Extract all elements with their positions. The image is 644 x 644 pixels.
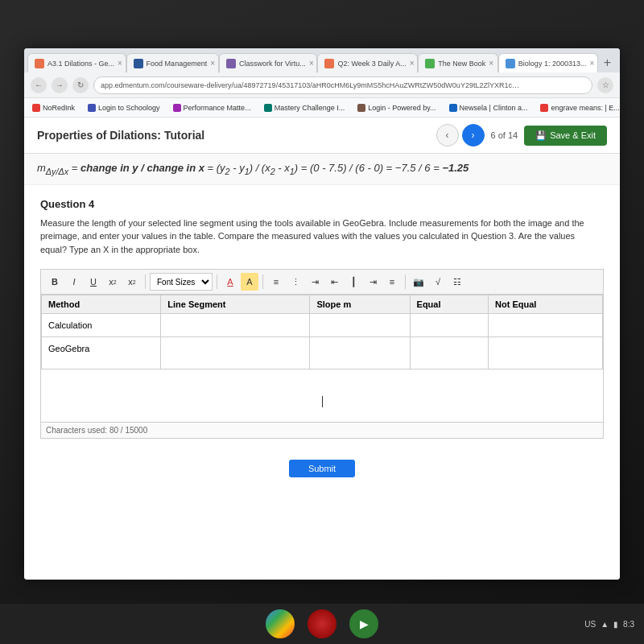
system-time: 8:3 <box>623 620 634 629</box>
col-not-equal: Not Equal <box>489 295 603 314</box>
table-row: GeoGebra <box>42 337 603 369</box>
app-icon-red[interactable] <box>308 609 336 638</box>
bookmark-mastery[interactable]: Mastery Challenge I... <box>261 102 349 114</box>
tab-close-a3[interactable]: × <box>118 59 122 68</box>
tab-close-new-book[interactable]: × <box>489 59 493 68</box>
app-icon-green[interactable]: ▶ <box>349 609 378 638</box>
subscript-button[interactable]: x2 <box>123 273 141 291</box>
bookmark-icon-noredink <box>32 104 40 112</box>
tab-close-classwork[interactable]: × <box>309 59 314 68</box>
taskbar-system-tray: US ▲ ▮ 8:3 <box>584 604 634 644</box>
tab-food-management[interactable]: Food Management × <box>126 53 219 72</box>
tab-icon-food <box>134 59 143 68</box>
cell-method-calc: Calculation <box>42 314 161 337</box>
bookmarks-bar: NoRedInk Login to Schoology Performance … <box>24 98 620 118</box>
toolbar-separator-2 <box>217 275 217 289</box>
question-area: Question 4 Measure the length of your se… <box>24 185 620 452</box>
cell-line-seg-calc[interactable] <box>161 314 310 337</box>
tab-close-q2[interactable]: × <box>410 59 415 68</box>
locale-label: US <box>584 620 596 629</box>
align-justify-button[interactable]: ≡ <box>383 273 401 291</box>
submit-area: Submit <box>24 452 620 485</box>
image-button[interactable]: 📷 <box>410 273 427 291</box>
cell-line-seg-geo[interactable] <box>161 337 310 369</box>
response-table: Method Line Segment Slope m Equal Not Eq… <box>41 295 603 369</box>
cell-not-equal-geo[interactable] <box>489 337 603 369</box>
chrome-taskbar-icon[interactable] <box>266 609 295 638</box>
nav-arrows: ‹ › <box>436 124 485 147</box>
header-controls: ‹ › 6 of 14 💾 Save & Exit <box>436 124 608 147</box>
cell-slope-calc[interactable] <box>310 314 410 337</box>
char-count: Characters used: 80 / 15000 <box>40 423 604 439</box>
bookmark-icon-performance <box>173 104 181 112</box>
font-size-select[interactable]: Font Sizes <box>150 273 213 291</box>
bookmark-engrave[interactable]: engrave means: | E... <box>537 102 620 114</box>
indent-button[interactable]: ⇥ <box>306 273 324 291</box>
bookmark-schoology[interactable]: Login to Schoology <box>85 102 163 114</box>
cell-not-equal-calc[interactable] <box>489 314 603 337</box>
align-left-button[interactable]: ⇤ <box>325 273 343 291</box>
special-char-button[interactable]: √ <box>429 273 447 291</box>
new-tab-button[interactable]: + <box>598 53 617 72</box>
tab-classwork[interactable]: Classwork for Virtu... × <box>219 53 317 72</box>
battery-icon: ▮ <box>613 620 618 629</box>
tab-q2-week3[interactable]: Q2: Week 3 Daily A... × <box>317 53 418 72</box>
bookmark-noredink[interactable]: NoRedInk <box>29 102 78 114</box>
tab-close-biology[interactable]: × <box>589 59 594 68</box>
forward-button[interactable]: → <box>52 77 68 93</box>
formula-section: mΔy/Δx = change in y / change in x = (y2… <box>24 154 620 185</box>
ordered-list-button[interactable]: ⋮ <box>287 273 304 291</box>
app-header: Properties of Dilations: Tutorial ‹ › 6 … <box>24 118 620 154</box>
save-exit-button[interactable]: 💾 Save & Exit <box>524 126 607 146</box>
page-title: Properties of Dilations: Tutorial <box>37 129 204 142</box>
editor-toolbar: B I U x2 x2 Font Sizes A A ≡ ⋮ ⇥ <box>40 269 604 294</box>
prev-page-button[interactable]: ‹ <box>436 124 459 147</box>
bookmark-newsela[interactable]: Newsela | Clinton a... <box>446 102 531 114</box>
browser-tabs: A3.1 Dilations - Ge... × Food Management… <box>24 48 620 72</box>
tab-close-food[interactable]: × <box>210 59 215 68</box>
table-button[interactable]: ☷ <box>448 273 466 291</box>
formula-display: mΔy/Δx = change in y / change in x = (y2… <box>37 162 469 174</box>
align-center-button[interactable]: ┃ <box>345 273 362 291</box>
table-row: Calculation <box>42 314 603 337</box>
cell-equal-calc[interactable] <box>410 314 489 337</box>
green-icon-symbol: ▶ <box>360 617 369 630</box>
cell-slope-geo[interactable] <box>310 337 410 369</box>
next-page-button[interactable]: › <box>462 124 485 147</box>
tab-a3-dilations[interactable]: A3.1 Dilations - Ge... × <box>27 53 126 72</box>
bookmark-icon-mastery <box>264 104 272 112</box>
address-input[interactable]: app.edmentum.com/courseware-delivery/ua/… <box>93 76 592 94</box>
page-content: Properties of Dilations: Tutorial ‹ › 6 … <box>24 118 620 580</box>
superscript-button[interactable]: x2 <box>104 273 122 291</box>
italic-button[interactable]: I <box>65 273 83 291</box>
submit-button[interactable]: Submit <box>289 460 355 477</box>
bookmark-login-powered[interactable]: Login - Powered by... <box>354 102 439 114</box>
bg-color-button[interactable]: A <box>241 273 258 291</box>
col-line-segment: Line Segment <box>161 295 310 314</box>
tab-biology[interactable]: Biology 1: 2000313... × <box>498 53 598 72</box>
back-button[interactable]: ← <box>31 77 47 93</box>
toolbar-separator-1 <box>145 275 146 289</box>
cell-equal-geo[interactable] <box>410 337 489 369</box>
align-right-button[interactable]: ⇥ <box>364 273 382 291</box>
question-title: Question 4 <box>40 198 604 210</box>
toolbar-separator-3 <box>262 275 263 289</box>
col-equal: Equal <box>410 295 489 314</box>
col-method: Method <box>42 295 161 314</box>
unordered-list-button[interactable]: ≡ <box>267 273 285 291</box>
editor-area[interactable]: Method Line Segment Slope m Equal Not Eq… <box>40 294 604 423</box>
text-cursor <box>322 396 323 407</box>
reload-button[interactable]: ↻ <box>72 77 89 93</box>
wifi-icon: ▲ <box>601 620 609 629</box>
tab-new-book[interactable]: The New Book × <box>418 53 498 72</box>
tab-icon-biology <box>506 59 515 68</box>
font-color-button[interactable]: A <box>221 273 239 291</box>
underline-button[interactable]: U <box>85 273 102 291</box>
star-button[interactable]: ☆ <box>597 77 613 93</box>
taskbar: ▶ US ▲ ▮ 8:3 <box>0 604 644 644</box>
bookmark-performance[interactable]: Performance Matte... <box>170 102 254 114</box>
bookmark-icon-engrave <box>540 104 548 112</box>
table-header-row: Method Line Segment Slope m Equal Not Eq… <box>42 295 603 314</box>
col-slope: Slope m <box>310 295 410 314</box>
bold-button[interactable]: B <box>46 273 64 291</box>
